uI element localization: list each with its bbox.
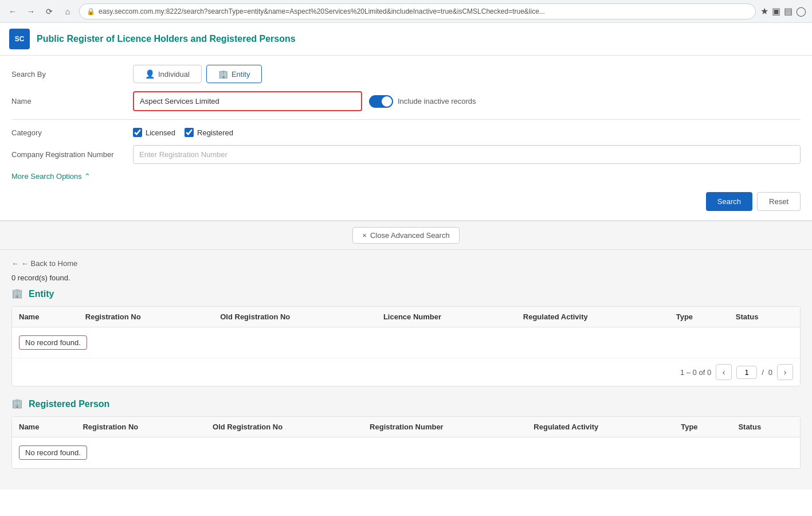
more-search-options-button[interactable]: More Search Options ⌃: [11, 172, 91, 181]
entity-label: Entity: [232, 70, 250, 79]
bookmark-icon[interactable]: ★: [760, 6, 768, 17]
rp-no-record-cell: No record found.: [12, 437, 800, 468]
registered-checkbox[interactable]: [185, 128, 194, 137]
search-actions: Search Reset: [11, 187, 801, 211]
search-by-row: Search By 👤 Individual 🏢 Entity: [11, 65, 801, 83]
entity-table-header-row: Name Registration No Old Registration No…: [12, 307, 800, 327]
entity-no-record-cell: No record found.: [12, 327, 800, 358]
search-by-buttons: 👤 Individual 🏢 Entity: [133, 65, 262, 83]
divider: [11, 119, 801, 120]
close-x-icon: ×: [362, 231, 367, 240]
lock-icon: 🔒: [87, 7, 95, 15]
category-checkboxes: Licensed Registered: [133, 128, 233, 137]
profile-icon[interactable]: ◯: [796, 6, 806, 17]
reload-button[interactable]: ⟳: [42, 5, 56, 18]
entity-col-name: Name: [12, 307, 79, 327]
entity-page-input[interactable]: [736, 366, 757, 379]
entity-pagination: 1 – 0 of 0 ‹ / 0 ›: [12, 358, 800, 386]
name-label: Name: [11, 97, 126, 105]
licensed-checkbox-item[interactable]: Licensed: [133, 128, 175, 137]
category-label: Category: [11, 128, 126, 137]
results-area: ← ← Back to Home 0 record(s) found. 🏢 En…: [0, 250, 812, 490]
entity-section-icon: 🏢: [11, 288, 24, 300]
entity-table: Name Registration No Old Registration No…: [12, 307, 800, 358]
entity-next-page-button[interactable]: ›: [777, 364, 793, 380]
search-button[interactable]: Search: [706, 192, 752, 211]
back-to-home-button[interactable]: ← ← Back to Home: [11, 259, 77, 268]
rp-col-regulated: Regulated Activity: [527, 417, 674, 437]
url-text: easy.seccom.com.my:8222/search?searchTyp…: [99, 7, 748, 15]
forward-button[interactable]: →: [24, 5, 38, 18]
entity-col-regulated: Regulated Activity: [516, 307, 669, 327]
rp-col-name: Name: [12, 417, 76, 437]
registered-label: Registered: [197, 128, 233, 137]
entity-col-old-reg-no: Old Registration No: [213, 307, 376, 327]
entity-col-reg-no: Registration No: [79, 307, 213, 327]
address-bar[interactable]: 🔒 easy.seccom.com.my:8222/search?searchT…: [79, 3, 756, 19]
home-button[interactable]: ⌂: [61, 5, 74, 18]
entity-section-title: 🏢 Entity: [11, 288, 801, 300]
registered-person-label: Registered Person: [29, 399, 109, 409]
rp-col-status: Status: [731, 417, 800, 437]
rp-col-old-reg-no: Old Registration No: [206, 417, 363, 437]
entity-total-pages: 0: [768, 368, 772, 377]
records-found: 0 record(s) found.: [11, 273, 801, 282]
licensed-checkbox[interactable]: [133, 128, 142, 137]
entity-page-separator: /: [762, 368, 764, 377]
individual-icon: 👤: [145, 69, 155, 79]
entity-col-type: Type: [669, 307, 729, 327]
name-input-wrapper: Include inactive records: [133, 91, 801, 111]
entity-no-record-text: No record found.: [19, 335, 87, 350]
inactive-toggle[interactable]: [369, 95, 393, 108]
back-arrow-icon: ←: [11, 259, 19, 268]
close-advanced-bar: × Close Advanced Search: [0, 221, 812, 250]
records-count: 0 record(s) found.: [11, 273, 70, 282]
chevron-up-icon: ⌃: [84, 172, 91, 181]
entity-col-status: Status: [729, 307, 800, 327]
reset-button[interactable]: Reset: [757, 192, 801, 211]
entity-prev-page-button[interactable]: ‹: [716, 364, 732, 380]
name-row: Name Include inactive records: [11, 91, 801, 111]
search-form: Search By 👤 Individual 🏢 Entity Name Inc…: [0, 56, 812, 221]
registered-person-section-title: 🏢 Registered Person: [11, 398, 801, 411]
logo-text: SC: [15, 35, 25, 43]
search-by-label: Search By: [11, 70, 126, 79]
registered-person-table-wrapper: Name Registration No Old Registration No…: [11, 416, 801, 469]
entity-no-record-row: No record found.: [12, 327, 800, 358]
licensed-label: Licensed: [146, 128, 175, 137]
company-reg-input[interactable]: [133, 145, 801, 164]
back-button[interactable]: ←: [6, 5, 19, 18]
rp-table-header-row: Name Registration No Old Registration No…: [12, 417, 800, 437]
browser-chrome: ← → ⟳ ⌂ 🔒 easy.seccom.com.my:8222/search…: [0, 0, 812, 23]
rp-no-record-text: No record found.: [19, 445, 87, 460]
entity-section-label: Entity: [29, 289, 54, 299]
category-row: Category Licensed Registered: [11, 128, 801, 137]
registered-person-icon: 🏢: [11, 398, 24, 411]
company-reg-row: Company Registration Number: [11, 145, 801, 164]
individual-label: Individual: [158, 70, 190, 79]
app-header: SC Public Register of Licence Holders an…: [0, 23, 812, 56]
browser-toolbar-icons: ★ ▣ ▤ ◯: [760, 6, 806, 17]
inactive-toggle-label: Include inactive records: [398, 97, 476, 105]
rp-col-type: Type: [674, 417, 731, 437]
close-advanced-label: Close Advanced Search: [370, 231, 450, 240]
individual-tab[interactable]: 👤 Individual: [133, 65, 202, 83]
app-logo: SC: [9, 29, 30, 49]
sidebar-icon[interactable]: ▤: [784, 6, 793, 17]
extensions-icon[interactable]: ▣: [772, 6, 780, 17]
entity-pagination-range: 1 – 0 of 0: [680, 368, 711, 377]
toggle-wrapper: Include inactive records: [369, 95, 476, 108]
name-input[interactable]: [133, 91, 362, 111]
entity-icon: 🏢: [218, 69, 228, 79]
registered-checkbox-item[interactable]: Registered: [185, 128, 233, 137]
rp-col-reg-number: Registration Number: [363, 417, 527, 437]
entity-tab[interactable]: 🏢 Entity: [206, 65, 262, 83]
close-advanced-button[interactable]: × Close Advanced Search: [352, 227, 459, 244]
company-reg-label: Company Registration Number: [11, 150, 126, 159]
rp-no-record-row: No record found.: [12, 437, 800, 468]
back-to-home-label: ← Back to Home: [21, 259, 77, 268]
app-title: Public Register of Licence Holders and R…: [37, 34, 296, 44]
entity-col-licence-no: Licence Number: [376, 307, 516, 327]
more-options-label: More Search Options: [11, 172, 82, 181]
registered-person-table: Name Registration No Old Registration No…: [12, 417, 800, 468]
